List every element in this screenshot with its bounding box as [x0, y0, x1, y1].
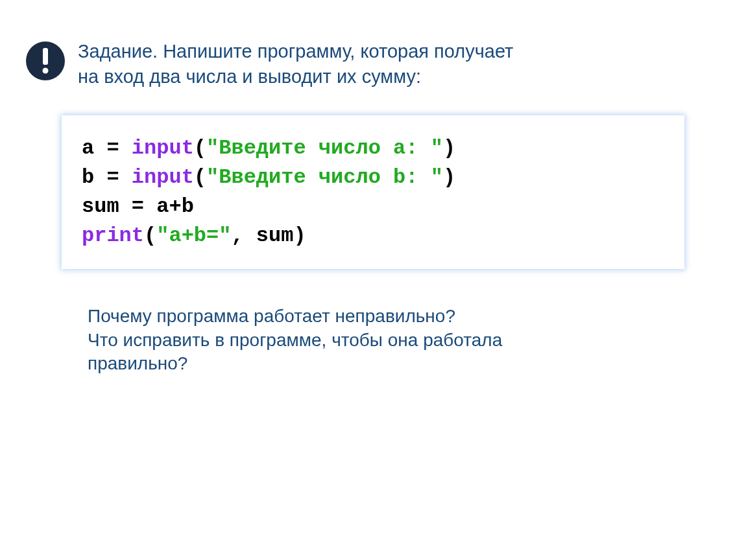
- code-token: (: [194, 136, 206, 160]
- task-title-line2: на вход два числа и выводит их сумму:: [78, 66, 421, 87]
- code-line-4: print("a+b=", sum): [82, 222, 664, 251]
- task-header: Задание. Напишите программу, которая пол…: [26, 39, 720, 89]
- question-line2: Что исправить в программе, чтобы она раб…: [88, 330, 502, 350]
- code-token: input: [132, 165, 194, 189]
- svg-rect-0: [43, 48, 48, 65]
- code-token: "Введите число b: ": [206, 165, 443, 189]
- code-line-1: a = input("Введите число a: "): [82, 134, 664, 163]
- exclamation-icon: [26, 41, 65, 80]
- code-token: b =: [82, 165, 132, 189]
- task-title: Задание. Напишите программу, которая пол…: [78, 39, 513, 89]
- code-token: input: [132, 136, 194, 160]
- svg-point-1: [43, 68, 49, 74]
- slide: Задание. Напишите программу, которая пол…: [0, 0, 746, 402]
- code-line-3: sum = a+b: [82, 192, 664, 222]
- code-token: a =: [82, 136, 132, 160]
- question-block: Почему программа работает неправильно? Ч…: [88, 305, 671, 375]
- code-token: , sum): [231, 224, 306, 248]
- code-token: print: [82, 224, 144, 248]
- question-line1: Почему программа работает неправильно?: [88, 306, 455, 326]
- question-line3: правильно?: [88, 353, 187, 373]
- code-line-2: b = input("Введите число b: "): [82, 163, 664, 192]
- code-block: a = input("Введите число a: ") b = input…: [62, 115, 684, 269]
- code-token: sum = a+b: [82, 194, 194, 218]
- code-token: "a+b=": [156, 224, 231, 248]
- code-token: (: [194, 165, 206, 189]
- task-title-line1: Задание. Напишите программу, которая пол…: [78, 41, 513, 62]
- code-token: (: [144, 224, 156, 248]
- code-token: ): [443, 136, 455, 160]
- code-token: ): [443, 165, 455, 189]
- code-token: "Введите число a: ": [206, 136, 443, 160]
